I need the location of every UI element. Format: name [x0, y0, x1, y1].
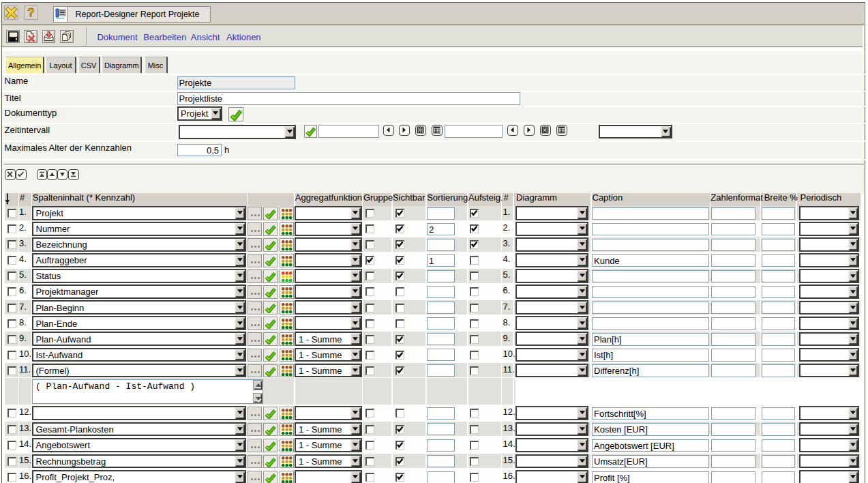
svg-text:?: ? — [28, 6, 35, 19]
